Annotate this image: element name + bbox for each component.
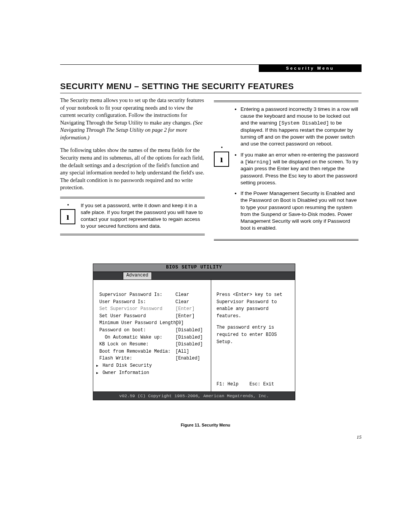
- bios-row-value: [0]: [175, 320, 184, 327]
- bios-row[interactable]: Set Supervisor Password[Enter]: [99, 305, 207, 313]
- bios-help-1: Press <Enter> key to set Supervisor Pass…: [217, 291, 291, 320]
- bios-row[interactable]: User Password Is:Clear: [99, 299, 207, 306]
- bios-title: BIOS SETUP UTILITY: [93, 265, 295, 270]
- info-glyph: ı: [66, 212, 69, 222]
- bios-row-label: User Password Is:: [99, 299, 175, 306]
- bios-right-panel: Press <Enter> key to set Supervisor Pass…: [211, 280, 295, 391]
- bios-row-label: Set User Password: [99, 313, 175, 320]
- note-text-left: If you set a password, write it down and…: [81, 202, 205, 230]
- bios-row-value: [Enabled]: [175, 355, 200, 362]
- info-glyph: ı: [220, 154, 223, 164]
- figure-caption: Figure 11. Security Menu: [0, 423, 411, 427]
- page: Security Menu SECURITY MENU – SETTING TH…: [0, 0, 411, 532]
- b2code: [Warning]: [245, 159, 271, 165]
- title-rule: [60, 93, 362, 93]
- b1code: [System Disabled]: [279, 120, 329, 126]
- bios-row-value: [Disabled]: [175, 327, 203, 334]
- bios-row-value: Clear: [175, 299, 189, 306]
- bios-left-panel[interactable]: Supervisor Password Is:ClearUser Passwor…: [93, 280, 211, 391]
- bios-row-label: Owner Information: [99, 369, 175, 377]
- bios-row-value: Clear: [175, 291, 189, 299]
- note-row-right: ı Entering a password incorrectly 3 time…: [214, 106, 358, 235]
- note-bullet-2: If you make an error when re-entering th…: [241, 152, 358, 186]
- note-bullet-3: If the Power Management Security is Enab…: [241, 190, 358, 232]
- bios-row[interactable]: Password on boot:[Disabled]: [99, 327, 207, 334]
- note-row-left: ı If you set a password, write it down a…: [60, 202, 205, 230]
- para-tables: The following tables show the names of t…: [60, 147, 205, 191]
- note-sep-top: [60, 197, 205, 198]
- bios-row-value: [Enter]: [175, 305, 194, 313]
- note-list: Entering a password incorrectly 3 times …: [234, 106, 358, 232]
- bios-body: Supervisor Password Is:ClearUser Passwor…: [93, 280, 295, 391]
- para-intro-a: The Security menu allows you to set up t…: [60, 97, 204, 126]
- header-badge: Security Menu: [259, 64, 362, 72]
- bios-row[interactable]: Boot from Removable Media:[All]: [99, 348, 207, 355]
- info-icon: ı: [214, 152, 229, 167]
- bios-help-footer: F1: Help Esc: Exit: [217, 381, 291, 388]
- bios-row[interactable]: KB Lock on Resume:[Disabled]: [99, 341, 207, 348]
- bios-row-label: Minimum User Password Length:: [99, 320, 175, 327]
- bios-row-label: Hard Disk Security: [99, 362, 175, 369]
- bios-row-label: Boot from Removable Media:: [99, 348, 175, 355]
- right-column: ı Entering a password incorrectly 3 time…: [214, 97, 358, 244]
- bios-titlebar: BIOS SETUP UTILITY: [93, 264, 295, 272]
- bios-row[interactable]: Owner Information: [99, 369, 207, 377]
- bios-esc: Esc: Exit: [249, 382, 274, 387]
- bios-row-value: [Disabled]: [175, 334, 203, 341]
- bios-row-label: Password on boot:: [99, 327, 175, 334]
- bios-row[interactable]: Set User Password[Enter]: [99, 313, 207, 320]
- bios-row[interactable]: Flash Write:[Enabled]: [99, 355, 207, 362]
- note-text-right: Entering a password incorrectly 3 times …: [234, 106, 358, 235]
- bios-row[interactable]: Hard Disk Security: [99, 362, 207, 369]
- bios-tab-advanced[interactable]: Advanced: [123, 272, 152, 280]
- bios-row-value: [Disabled]: [175, 341, 203, 348]
- bios-row[interactable]: Supervisor Password Is:Clear: [99, 291, 207, 299]
- bios-row-label: On Automatic Wake up:: [99, 334, 175, 341]
- note-bullet-1: Entering a password incorrectly 3 times …: [241, 106, 358, 148]
- bios-help-2: The password entry is required to enter …: [217, 324, 291, 345]
- note-sep-top-r: [214, 101, 358, 102]
- bios-row-label: Supervisor Password Is:: [99, 291, 175, 299]
- bios-row-label: Flash Write:: [99, 355, 175, 362]
- bios-row-value: [Enter]: [175, 313, 194, 320]
- bios-f1: F1: Help: [217, 382, 239, 387]
- bios-row-label: KB Lock on Resume:: [99, 341, 175, 348]
- bios-row[interactable]: Minimum User Password Length:[0]: [99, 320, 207, 327]
- bios-row[interactable]: On Automatic Wake up:[Disabled]: [99, 334, 207, 341]
- info-icon: ı: [60, 209, 75, 224]
- left-column: The Security menu allows you to set up t…: [60, 97, 205, 239]
- bios-window: BIOS SETUP UTILITY Advanced Supervisor P…: [93, 264, 295, 400]
- bios-footer: v02.59 (C) Copyright 1985-2006, American…: [93, 391, 295, 400]
- page-title: SECURITY MENU – SETTING THE SECURITY FEA…: [60, 81, 294, 91]
- note-sep-bottom-r: [214, 239, 358, 241]
- para-intro: The Security menu allows you to set up t…: [60, 97, 205, 141]
- bios-row-label: Set Supervisor Password: [99, 305, 175, 313]
- bios-row-value: [All]: [175, 348, 189, 355]
- note-sep-bottom: [60, 234, 205, 235]
- bios-tabrow: Advanced: [93, 272, 295, 280]
- page-number: 15: [357, 434, 362, 440]
